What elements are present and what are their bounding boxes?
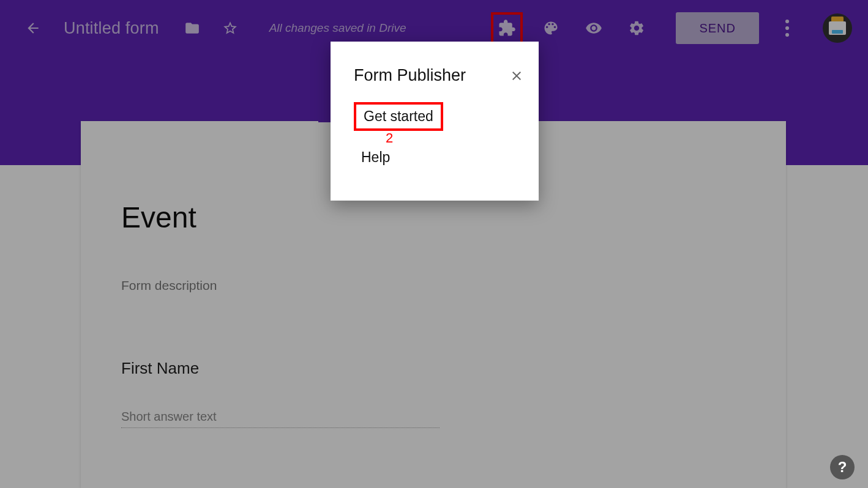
move-to-folder-button[interactable] <box>178 13 207 43</box>
settings-button[interactable] <box>622 13 651 43</box>
more-button[interactable] <box>773 13 802 43</box>
palette-icon <box>542 20 559 37</box>
question-block[interactable]: First Name Short answer text <box>121 359 746 428</box>
help-fab[interactable]: ? <box>830 455 855 479</box>
form-description[interactable]: Form description <box>121 278 746 293</box>
preview-button[interactable] <box>579 13 608 43</box>
close-icon <box>509 68 524 83</box>
folder-icon <box>184 20 200 36</box>
avatar-image <box>829 21 846 35</box>
callout-label-2: 2 <box>386 130 393 146</box>
eye-icon <box>585 20 602 37</box>
popup-menu: Get started 2 Help <box>331 102 539 169</box>
account-avatar[interactable] <box>823 13 852 43</box>
star-button[interactable] <box>215 13 245 43</box>
popup-item-label: Help <box>361 149 390 165</box>
popup-header: Form Publisher <box>331 66 539 85</box>
popup-item-help[interactable]: Help <box>354 146 397 169</box>
answer-placeholder: Short answer text <box>121 410 440 428</box>
send-button[interactable]: SEND <box>676 12 759 44</box>
back-button[interactable] <box>18 13 48 43</box>
arrow-left-icon <box>25 20 41 36</box>
header-actions: 1 SEND <box>491 12 855 44</box>
question-label: First Name <box>121 359 746 378</box>
popup-item-get-started[interactable]: Get started 2 <box>354 102 443 131</box>
addons-button[interactable]: 1 <box>491 12 523 44</box>
document-title[interactable]: Untitled form <box>64 19 159 38</box>
puzzle-icon <box>498 19 516 37</box>
popup-title: Form Publisher <box>354 66 497 85</box>
more-vertical-icon <box>785 20 789 37</box>
theme-button[interactable] <box>536 13 566 43</box>
save-status: All changes saved in Drive <box>269 21 406 35</box>
addon-popup: Form Publisher Get started 2 Help <box>331 42 539 201</box>
star-outline-icon <box>222 20 238 36</box>
popup-close-button[interactable] <box>508 67 525 84</box>
gear-icon <box>628 20 645 37</box>
form-title[interactable]: Event <box>121 201 746 234</box>
popup-item-label: Get started <box>364 108 433 124</box>
